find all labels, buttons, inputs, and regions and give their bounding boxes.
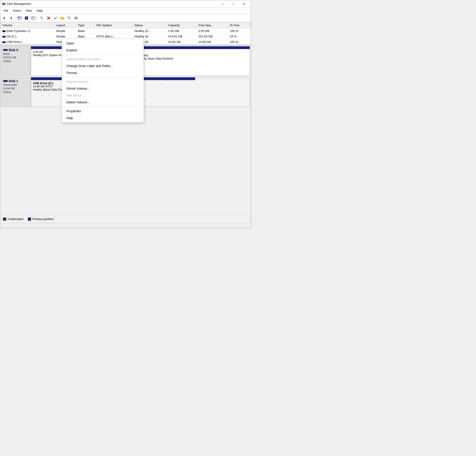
cell-status: Healthy (B... xyxy=(132,34,166,39)
svg-rect-23 xyxy=(74,18,78,18)
svg-point-30 xyxy=(6,50,7,51)
minimize-button[interactable]: — xyxy=(218,0,228,8)
disk-label: Disk 1 Removable 14.84 GB Online xyxy=(1,77,31,107)
legend-primary: Primary partition xyxy=(28,217,54,221)
context-menu-item-open[interactable]: Open xyxy=(62,40,144,47)
legend-unallocated-box xyxy=(3,218,6,221)
disk-size: 14.84 GB xyxy=(3,87,29,90)
cell-layout: Simple xyxy=(54,34,76,39)
cell-capacity: 2.00 GB xyxy=(166,28,196,34)
svg-point-3 xyxy=(4,3,5,4)
legend: Unallocated Primary partition xyxy=(0,215,251,223)
col-layout[interactable]: Layout xyxy=(54,22,76,28)
cell-volume: USB Drive (... xyxy=(0,39,54,45)
cell-layout: Simple xyxy=(54,28,76,34)
context-menu-item-help[interactable]: Help xyxy=(62,115,144,121)
menu-bar: File Action View Help xyxy=(0,8,251,14)
cell-filesystem xyxy=(94,28,133,34)
toolbar-help[interactable]: ? xyxy=(23,15,30,21)
svg-rect-9 xyxy=(20,18,21,18)
legend-unallocated: Unallocated xyxy=(3,217,23,221)
svg-line-20 xyxy=(69,18,71,20)
cell-filesystem: NTFS (BitLo... xyxy=(94,34,133,39)
toolbar-disk-properties[interactable] xyxy=(17,15,23,21)
svg-text:?: ? xyxy=(26,17,27,19)
svg-point-21 xyxy=(68,17,69,18)
context-menu-separator xyxy=(62,55,144,55)
svg-point-15 xyxy=(40,17,42,18)
cell-capacity: 474.81 GB xyxy=(166,34,196,39)
menu-help[interactable]: Help xyxy=(34,8,45,13)
context-menu-separator xyxy=(62,77,144,77)
cell-freespace: 251.63 GB xyxy=(196,34,228,39)
app-icon xyxy=(2,2,6,6)
svg-marker-4 xyxy=(3,17,5,19)
status-bar xyxy=(0,223,251,228)
cell-volume: (Disk 0 partition 1) xyxy=(0,28,54,34)
menu-action[interactable]: Action xyxy=(10,8,23,13)
context-menu-item-explore[interactable]: Explore xyxy=(62,47,144,54)
context-menu-item-shrink-volume[interactable]: Shrink Volume... xyxy=(62,85,144,92)
table-row[interactable]: (Disk 0 partition 1) Simple Basic Health… xyxy=(0,28,251,34)
context-menu-item-add-mirror: Add Mirror... xyxy=(62,92,144,99)
col-status[interactable]: Status xyxy=(132,22,166,28)
svg-line-16 xyxy=(42,18,43,20)
close-button[interactable]: ✕ xyxy=(238,0,249,8)
svg-rect-7 xyxy=(18,17,19,18)
context-menu-item-delete-volume[interactable]: Delete Volume... xyxy=(62,99,144,106)
disk-label-name: Disk 1 xyxy=(3,79,29,83)
disk-type: Basic xyxy=(3,52,29,55)
col-volume[interactable]: Volume xyxy=(0,22,54,28)
context-menu: OpenExploreMark Partition as ActiveChang… xyxy=(62,39,144,123)
toolbar-search[interactable] xyxy=(66,15,72,21)
context-menu-item-properties[interactable]: Properties xyxy=(62,108,144,115)
svg-rect-27 xyxy=(76,18,76,19)
svg-rect-12 xyxy=(32,17,35,19)
context-menu-separator xyxy=(62,107,144,107)
toolbar-delete[interactable] xyxy=(45,15,52,21)
toolbar-check[interactable] xyxy=(52,15,59,21)
svg-point-33 xyxy=(6,81,7,82)
cell-status: Healthy (E... xyxy=(132,28,166,34)
toolbar-settings[interactable] xyxy=(73,15,79,21)
legend-unallocated-label: Unallocated xyxy=(8,217,23,221)
table-row[interactable]: OS (C:) Simple Basic NTFS (BitLo... Heal… xyxy=(0,34,251,39)
col-filesystem[interactable]: File System xyxy=(94,22,133,28)
cell-freespace: 2.00 GB xyxy=(196,28,228,34)
context-menu-item-format[interactable]: Format... xyxy=(62,69,144,76)
toolbar-folder[interactable] xyxy=(59,15,66,21)
svg-rect-26 xyxy=(76,17,77,18)
legend-primary-box xyxy=(28,218,31,221)
disk-icon xyxy=(3,80,8,82)
disk-status: Online xyxy=(3,91,29,94)
svg-rect-29 xyxy=(4,50,5,51)
disk-size: 476.81 GB xyxy=(3,56,29,59)
col-freespace[interactable]: Free Spa... xyxy=(196,22,228,28)
cell-type: Basic xyxy=(76,28,94,34)
menu-file[interactable]: File xyxy=(1,8,10,13)
col-type[interactable]: Type xyxy=(76,22,94,28)
disk-icon xyxy=(3,49,8,51)
title-controls: — □ ✕ xyxy=(218,0,249,8)
toolbar: ? xyxy=(0,14,251,22)
cell-freespace: 14.80 GB xyxy=(196,39,228,45)
menu-view[interactable]: View xyxy=(23,8,34,13)
context-menu-item-change-drive-letter-and-paths[interactable]: Change Drive Letter and Paths... xyxy=(62,63,144,69)
window-title: Disk Management xyxy=(7,2,31,6)
toolbar-grid[interactable] xyxy=(30,15,36,21)
col-percentfree[interactable]: % Free xyxy=(228,22,251,28)
title-bar: Disk Management — □ ✕ xyxy=(0,0,251,8)
disk-type: Removable xyxy=(3,83,29,86)
cell-volume: OS (C:) xyxy=(0,34,54,39)
col-capacity[interactable]: Capacity xyxy=(166,22,196,28)
cell-type: Basic xyxy=(76,34,94,39)
toolbar-key[interactable] xyxy=(39,15,45,21)
toolbar-back[interactable] xyxy=(1,15,8,21)
maximize-button[interactable]: □ xyxy=(228,0,238,8)
title-bar-left: Disk Management xyxy=(2,2,31,6)
toolbar-sep-2 xyxy=(37,16,38,20)
cell-percentfree: 53 % xyxy=(228,34,251,39)
toolbar-forward[interactable] xyxy=(8,15,14,21)
svg-rect-8 xyxy=(20,17,21,17)
disk-label-name: Disk 0 xyxy=(3,48,29,52)
